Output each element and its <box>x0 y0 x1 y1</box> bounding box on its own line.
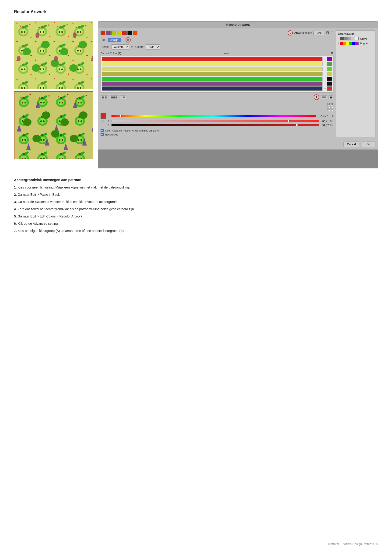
color-groups-panel: Color Groups › Grays <box>336 30 375 137</box>
artwork-recolored <box>14 91 93 159</box>
checkbox-open-advance-input[interactable] <box>100 129 104 132</box>
color-group-brights[interactable]: › Brights <box>338 42 373 45</box>
top-section: Recolor Artwork <box>14 21 378 168</box>
toolbar-btn-2[interactable]: ▦▦▦ <box>110 95 119 99</box>
cancel-button[interactable]: Cancel <box>343 142 359 147</box>
s-label: S <box>107 120 110 123</box>
b-slider-track[interactable] <box>111 124 319 126</box>
dialog-container: Recolor Artwork <box>98 21 378 168</box>
expand-arrow-brights[interactable]: › <box>338 42 339 45</box>
color-row-4: → <box>102 72 332 76</box>
swatch-4[interactable] <box>117 31 121 35</box>
h-slider-container[interactable] <box>111 115 316 117</box>
edit-tab-label[interactable]: Edit <box>100 38 106 42</box>
hsb-h-row: H 14,85 ° ≡ <box>100 113 334 119</box>
current-color-7[interactable] <box>102 87 322 91</box>
brights-label: Brights <box>360 42 368 45</box>
expand-arrow-grays[interactable]: › <box>338 38 339 40</box>
step-text-5: Ga naar Edit > Edit Colors > Recolor Art… <box>17 214 83 218</box>
new-color-7[interactable] <box>327 87 332 91</box>
artwork-original <box>14 21 93 89</box>
new-color-2[interactable] <box>327 62 332 66</box>
list-item-1: 1. Kies voor geen lijnvulling. Maak een … <box>14 185 378 190</box>
hsb-b-row: B 91,37 % <box>100 124 334 127</box>
svg-point-28 <box>73 32 77 38</box>
arrow-7: → <box>323 87 326 90</box>
current-color-6[interactable] <box>102 81 322 86</box>
svg-point-59 <box>32 135 41 142</box>
h-icon: ≡ <box>332 115 334 117</box>
checkbox-recolor-art: Recolor Art <box>100 133 334 136</box>
bottom-toolbar: ▦ ▦ ▦▦▦ ↕⊞ A ⊞⊞ ▣ <box>100 94 334 100</box>
current-color-5[interactable] <box>102 77 322 81</box>
step-num-7: 7. <box>14 229 17 233</box>
active-color-swatch[interactable] <box>100 113 106 119</box>
a-label-circle[interactable]: A <box>314 94 319 100</box>
new-color-5[interactable] <box>327 77 332 81</box>
step-num-3: 3. <box>14 200 17 204</box>
step-num-6: 6. <box>14 222 17 226</box>
current-color-4[interactable] <box>102 72 322 76</box>
toolbar-btn-5[interactable]: ▣ <box>328 95 334 99</box>
h-slider-track[interactable] <box>111 115 316 117</box>
arrow-3: → <box>323 67 326 71</box>
color-swatches-row: ▾ Artwork colors Reset 🖼 ☰ <box>100 30 334 36</box>
step-text-4: Zorg dat zowel het achtergrondvlak als d… <box>17 207 135 211</box>
none-label: None <box>327 102 334 105</box>
s-slider-container[interactable] <box>111 120 319 122</box>
step-num-4: 4. <box>14 207 17 211</box>
swatch-3[interactable] <box>111 31 116 35</box>
assign-tab[interactable]: Assign <box>108 38 121 42</box>
swatch-1[interactable] <box>100 31 105 35</box>
s-slider-track[interactable] <box>111 120 319 122</box>
svg-point-20 <box>60 48 68 55</box>
icon-menu[interactable]: ☰ <box>330 31 334 35</box>
step-text-6: Klik op de Advanced setting. <box>17 222 59 226</box>
grays-swatches <box>340 37 359 40</box>
colors-dropdown[interactable]: Auto <box>146 44 160 50</box>
arrow-1: → <box>323 58 326 61</box>
dropdown-circle[interactable]: ▾ <box>288 30 293 36</box>
color-row-7: → <box>102 87 332 91</box>
swatch-7[interactable] <box>133 31 137 35</box>
dialog-body: ▾ Artwork colors Reset 🖼 ☰ Edit Assign <box>98 28 378 139</box>
b-slider-thumb[interactable] <box>296 124 298 126</box>
icon-add[interactable]: 🖼 <box>326 31 329 35</box>
checkbox-recolor-art-label: Recolor Art <box>105 133 118 136</box>
toolbar-btn-1[interactable]: ▦ ▦ <box>100 95 108 99</box>
color-row-3: → <box>102 67 332 71</box>
current-color-3[interactable] <box>102 67 322 71</box>
svg-point-27 <box>54 56 58 61</box>
h-slider-thumb[interactable] <box>120 115 121 117</box>
checkbox-recolor-art-input[interactable] <box>100 133 104 136</box>
artwork-images <box>14 21 93 168</box>
swatch-2[interactable] <box>106 31 111 35</box>
svg-point-55 <box>23 118 31 126</box>
b-label: B <box>107 124 110 127</box>
new-color-4[interactable] <box>327 72 332 76</box>
svg-point-19 <box>41 41 50 48</box>
current-color-2[interactable] <box>102 62 322 66</box>
svg-point-21 <box>79 41 87 48</box>
page-footer: Illustrator Tutorials Design Patterns 6 <box>327 542 378 546</box>
dialog-title: Recolor Artwork <box>226 23 250 26</box>
icon-grid[interactable]: ⊞ <box>131 45 134 49</box>
preset-dropdown[interactable]: Custom <box>111 44 129 50</box>
reset-button[interactable]: Reset <box>313 31 324 35</box>
new-color-3[interactable] <box>327 67 332 71</box>
swatch-6[interactable] <box>127 31 132 35</box>
h-value: 14,85 <box>318 115 326 117</box>
new-color-6[interactable] <box>327 81 332 86</box>
svg-point-58 <box>79 111 87 119</box>
brights-swatches <box>340 42 359 45</box>
ok-button[interactable]: OK <box>362 142 375 147</box>
b-slider-container[interactable] <box>111 124 319 126</box>
toolbar-btn-3[interactable]: ↕⊞ <box>120 95 126 99</box>
step-num-5: 5. <box>14 214 17 218</box>
current-color-1[interactable] <box>102 57 322 61</box>
toolbar-btn-4[interactable]: ⊞⊞ <box>321 95 327 99</box>
color-group-grays[interactable]: › Grays <box>338 37 373 40</box>
s-slider-thumb[interactable] <box>288 120 290 122</box>
swatch-5[interactable] <box>122 31 127 35</box>
new-color-1[interactable] <box>327 57 332 61</box>
